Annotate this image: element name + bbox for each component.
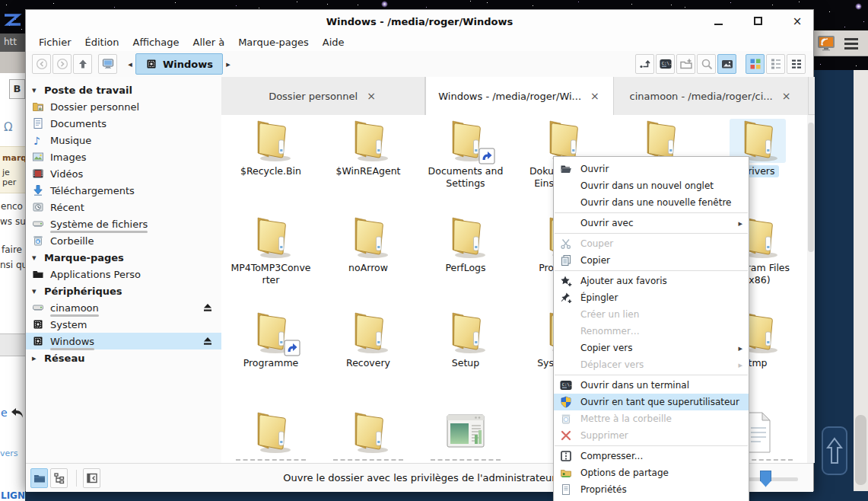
maximize-button[interactable] [748, 16, 768, 27]
menuitem-ajouter-aux-favoris[interactable]: Ajouter aux favoris [554, 273, 749, 289]
tab-dossier-personnel[interactable]: Dossier personnel× [221, 77, 425, 115]
sidebar-item-syst-me-de-fichiers[interactable]: Système de fichiers [26, 215, 221, 232]
tab-cinamoon-media-roger-ci[interactable]: cinamoon - /media/roger/ci...× [614, 77, 809, 115]
sidebar-item-images[interactable]: Images [26, 148, 221, 165]
sidebar-item-windows[interactable]: Windows [26, 333, 221, 349]
goto-location-button[interactable] [635, 54, 654, 74]
sidebar-item-t-l-chargements[interactable]: Téléchargements [26, 182, 221, 199]
scroll-to-top-button[interactable] [822, 426, 847, 475]
zoom-slider-handle[interactable] [760, 471, 771, 487]
sidebar-item-documents[interactable]: Documents [26, 115, 221, 132]
hide-side-pane-button[interactable] [83, 468, 100, 488]
vers-link[interactable]: vers [0, 448, 18, 458]
clipped-label [236, 459, 306, 461]
file-recycle-bin[interactable]: $Recycle.Bin [224, 119, 318, 177]
menu-aide[interactable]: Aide [316, 35, 351, 49]
menu-affichage[interactable]: Affichage [126, 35, 186, 49]
screenshot-icon[interactable] [817, 34, 835, 53]
forward-button[interactable] [52, 54, 72, 74]
menu-dition[interactable]: Édition [78, 35, 126, 49]
file-item[interactable] [418, 410, 513, 461]
breadcrumb-label: Windows [163, 59, 213, 70]
home-button[interactable] [98, 54, 117, 74]
menuitem-ouvrir[interactable]: Ouvrir [554, 161, 749, 177]
bold-button[interactable]: B [9, 79, 25, 99]
tab-windows-media-roger-wi[interactable]: Windows - /media/roger/Wi...× [425, 77, 614, 115]
file-setup[interactable]: Setup [418, 311, 513, 369]
up-button[interactable] [73, 54, 92, 74]
menuitem-d-placer-vers: Déplacer vers▸ [554, 356, 749, 373]
menuitem-ouvrir-dans-un-nouvel-onglet[interactable]: Ouvrir dans un nouvel onglet [554, 177, 749, 194]
show-thumbnails-button[interactable] [717, 54, 736, 74]
sidebar-item-cinamoon[interactable]: cinamoon [26, 299, 221, 316]
detailed-view-button[interactable] [787, 54, 806, 74]
file-recovery[interactable]: Recovery [321, 311, 415, 369]
sidebar-item-label: Corbeille [50, 235, 94, 247]
sidebar-section-poste-de-travail[interactable]: ▾Poste de travail [26, 81, 221, 98]
sidebar-item-musique[interactable]: ♪Musique [26, 132, 221, 148]
folder-scrollbar-thumb[interactable] [808, 123, 814, 252]
sidebar-item-applications-perso[interactable]: Applications Perso [26, 266, 221, 282]
file-mp4tomp3conve[interactable]: MP4ToMP3Converter [224, 215, 318, 286]
sidebar-section-p-riph-riques[interactable]: ▾Périphériques [26, 282, 221, 299]
eject-button[interactable] [202, 335, 214, 347]
sidebar-item-system[interactable]: System [26, 316, 221, 333]
menuitem-ouvrir-avec[interactable]: Ouvrir avec▸ [554, 215, 749, 231]
tree-pane-button[interactable] [50, 468, 68, 488]
breadcrumb-button[interactable]: Windows [135, 53, 223, 75]
sidebar-item-r-cent[interactable]: Récent [26, 199, 221, 215]
chevron-down-icon: ▾ [32, 253, 44, 263]
menuitem-options-de-partage[interactable]: Options de partage [554, 464, 749, 481]
goto-location-icon [639, 58, 651, 70]
file-noarrow[interactable]: noArrow [321, 215, 415, 274]
path-scroll-right[interactable]: ▸ [223, 59, 234, 69]
sidebar-section-r-seau[interactable]: ▸Réseau [26, 349, 221, 366]
titlebar[interactable]: Windows - /media/roger/Windows × [26, 10, 813, 33]
omega-button[interactable]: Ω [4, 120, 12, 134]
back-button[interactable] [32, 54, 51, 74]
submenu-arrow-icon: ▸ [738, 343, 742, 353]
eject-button[interactable] [202, 302, 214, 314]
menu-fichier[interactable]: Fichier [32, 35, 78, 49]
menuitem-pingler[interactable]: Épingler [554, 289, 749, 306]
file-winreagent[interactable]: $WinREAgent [321, 119, 415, 177]
file-item[interactable] [321, 410, 415, 461]
tab-close-icon[interactable]: × [365, 90, 377, 102]
scrollbar-thumb[interactable] [855, 415, 866, 485]
icon-view-button[interactable] [746, 54, 765, 74]
background-scrollbar[interactable] [854, 70, 868, 501]
file-label: Recovery [321, 357, 415, 369]
menuitem-propri-t-s[interactable]: Propriétés [554, 481, 749, 498]
hamburger-menu-icon[interactable] [843, 37, 860, 50]
compact-view-button[interactable] [766, 54, 785, 74]
file-documents-and[interactable]: Documents andSettings [418, 119, 513, 190]
menuitem-copier-vers[interactable]: Copier vers▸ [554, 340, 749, 356]
sidebar-item-vid-os[interactable]: Vidéos [26, 165, 221, 182]
minimize-button[interactable] [708, 16, 728, 27]
menuitem-ouvrir-dans-un-terminal[interactable]: C:\.Ouvrir dans un terminal [554, 377, 749, 394]
open-terminal-button[interactable]: C:\. [656, 54, 675, 74]
menuitem-compresser[interactable]: Compresser... [554, 448, 749, 464]
menuitem-ouvrir-en-tant-que-superutilisateur[interactable]: Ouvrir en tant que superutilisateur [554, 394, 749, 410]
tab-close-icon[interactable]: × [589, 90, 601, 102]
file-perflogs[interactable]: PerfLogs [418, 215, 513, 274]
pin-plus-icon [560, 292, 577, 304]
no-icon [560, 342, 577, 354]
reply-link[interactable]: e [1, 407, 8, 419]
file-item[interactable] [224, 410, 318, 461]
file-programme[interactable]: Programme [224, 311, 318, 369]
folder-scrollbar[interactable] [807, 115, 815, 463]
menu-aller[interactable]: Aller à [186, 35, 232, 49]
menuitem-ouvrir-dans-une-nouvelle-fen-tre[interactable]: Ouvrir dans une nouvelle fenêtre [554, 194, 749, 211]
close-button[interactable]: × [787, 14, 807, 28]
path-scroll-left[interactable]: ◂ [125, 59, 135, 69]
menu-marque-pages[interactable]: Marque-pages [231, 35, 316, 49]
sidebar-item-corbeille[interactable]: Corbeille [26, 232, 221, 249]
sidebar-item-label: Musique [50, 135, 91, 146]
tab-close-icon[interactable]: × [781, 90, 793, 102]
places-pane-button[interactable] [30, 468, 48, 488]
sidebar-item-dossier-personnel[interactable]: Dossier personnel [26, 98, 221, 115]
zoom-slider[interactable] [742, 468, 798, 488]
sidebar-section-marque-pages[interactable]: ▾Marque-pages [26, 249, 221, 266]
menuitem-copier[interactable]: Copier [554, 252, 749, 269]
